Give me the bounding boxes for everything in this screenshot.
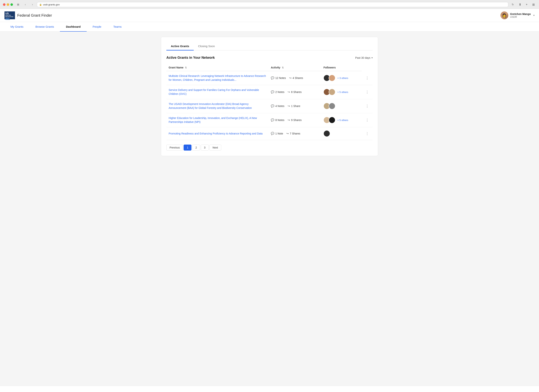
user-dropdown-icon[interactable]: ▾ [533,14,534,17]
tab-browse-grants[interactable]: Browse Grants [29,22,60,32]
row-menu-cell: ⋮ [362,127,373,140]
prev-button[interactable]: Previous [166,145,183,151]
avatar: 👤 [323,130,330,137]
others-link[interactable]: + 5 others [337,91,348,94]
others-link[interactable]: + 3 others [337,77,348,80]
avatar-stack: 👤👤 [323,75,335,81]
activity-cell: 💬 4 Notes ↪ 1 Share [269,99,321,113]
row-menu-button[interactable]: ⋮ [364,131,370,136]
app-container: US DIGITAL RESPONSE Federal Grant Finder… [0,9,539,392]
maximize-button[interactable] [10,3,13,6]
notes-icon: 💬 [271,132,274,135]
shares-text: 8 Shares [291,90,302,94]
row-menu-button[interactable]: ⋮ [364,117,370,123]
row-menu-cell: ⋮ [362,113,373,127]
shares-text: 7 Shares [290,132,300,135]
table-row: Multisite Clinical Research: Leveraging … [166,71,373,85]
logo-line-1 [5,18,10,18]
logo-response-text: RESPONSE [5,16,14,17]
logo-digital-text: DIGITAL [5,14,11,16]
notes-text: 1 Note [275,132,283,135]
grant-link[interactable]: Promoting Readiness and Enhancing Profic… [169,132,263,135]
grant-name-cell: Promoting Readiness and Enhancing Profic… [166,127,269,140]
next-button[interactable]: Next [209,145,221,151]
notes-icon: 💬 [271,76,274,80]
notes-item: 💬 1 Note [271,132,283,135]
filter-dropdown[interactable]: Past 30 days ▾ [355,56,373,59]
shares-icon: ↪ [288,118,290,122]
avatar: 👩 [500,11,508,19]
sidebar-toggle-icon[interactable]: ⊞ [15,2,21,7]
back-button[interactable]: ‹ [23,2,28,7]
grant-name-cell: Higher Education for Leadership, Innovat… [166,113,269,127]
grant-link[interactable]: Multisite Clinical Research: Leveraging … [169,75,266,81]
card-tab-closing-soon[interactable]: Closing Soon [194,42,219,51]
row-menu-button[interactable]: ⋮ [364,89,370,95]
shares-icon: ↪ [289,76,292,80]
logo-box: US DIGITAL RESPONSE [5,11,15,19]
dashboard-card: Active Grants Closing Soon Active Grants… [161,37,378,156]
tab-my-grants[interactable]: My Grants [5,22,29,32]
notes-text: 8 Notes [275,118,284,122]
user-name: Gretchen Mango [510,13,531,15]
logo-us-text: US [5,12,9,14]
address-bar[interactable]: 🔒 usdr.grants.gov [37,2,508,7]
notes-item: 💬 4 Notes [271,104,284,108]
grant-name-cell: The USAID Development Innovation Acceler… [166,99,269,113]
row-menu-button[interactable]: ⋮ [364,103,370,109]
traffic-lights [3,3,13,6]
notes-icon: 💬 [271,118,274,122]
extensions-button[interactable]: ⊞ [531,2,536,7]
shares-icon: ↪ [286,132,289,135]
sort-icon-grant-name[interactable]: ⇅ [185,66,187,69]
table-row: Promoting Readiness and Enhancing Profic… [166,127,373,140]
tab-people[interactable]: People [87,22,107,32]
grant-link[interactable]: Service Delivery and Support for Familie… [169,89,259,95]
logo-line-3 [5,19,10,20]
reload-button[interactable]: ↻ [510,2,515,7]
page-2-button[interactable]: 2 [192,145,200,151]
row-menu-cell: ⋮ [362,85,373,99]
new-tab-button[interactable]: + [524,2,529,7]
col-header-grant-name: Grant Name ⇅ [166,64,269,71]
card-tab-active-grants[interactable]: Active Grants [166,42,194,51]
notes-item: 💬 2 Notes [271,90,284,94]
grants-table: Grant Name ⇅ Activity ⇅ Followers [166,64,373,140]
notes-icon: 💬 [271,104,274,108]
avatar-stack: 👤👤 [323,117,335,123]
others-link[interactable]: + 5 others [337,119,348,122]
row-menu-button[interactable]: ⋮ [364,75,370,81]
forward-button[interactable]: › [30,2,35,7]
grant-link[interactable]: The USAID Development Innovation Acceler… [169,103,252,109]
table-row: Service Delivery and Support for Familie… [166,85,373,99]
followers-cell: 👤👤+ 5 others [321,113,362,127]
shares-item: ↪ 8 Shares [288,90,302,94]
sort-icon-activity[interactable]: ⇅ [282,66,284,69]
nav-tabs: My Grants Browse Grants Dashboard People… [0,22,539,32]
lock-icon: 🔒 [39,3,42,6]
page-1-button[interactable]: 1 [184,145,192,151]
avatar: 👤 [329,103,335,109]
tab-dashboard[interactable]: Dashboard [60,22,87,32]
col-header-activity: Activity ⇅ [269,64,321,71]
share-browser-button[interactable]: ⬆ [517,2,523,7]
activity-cell: 💬 8 Notes ↪ 9 Shares [269,113,321,127]
shares-icon: ↪ [288,104,290,108]
followers-cell: 👤 [321,127,362,140]
followers-cell: 👤👤+ 5 others [321,85,362,99]
minimize-button[interactable] [7,3,9,6]
grant-name-cell: Service Delivery and Support for Familie… [166,85,269,99]
grant-link[interactable]: Higher Education for Leadership, Innovat… [169,117,257,123]
app-header: US DIGITAL RESPONSE Federal Grant Finder… [0,9,539,22]
avatar: 👤 [329,117,335,123]
shares-text: 1 Share [291,104,300,108]
shares-text: 9 Shares [291,118,302,122]
app-title: Federal Grant Finder [17,13,52,18]
close-button[interactable] [3,3,5,6]
notes-text: 2 Notes [275,90,284,94]
tab-teams[interactable]: Teams [107,22,127,32]
shares-item: ↪ 7 Shares [286,132,300,135]
page-3-button[interactable]: 3 [201,145,209,151]
section-header: Active Grants in Your Network Past 30 da… [166,56,373,60]
activity-cell: 💬 2 Notes ↪ 8 Shares [269,85,321,99]
